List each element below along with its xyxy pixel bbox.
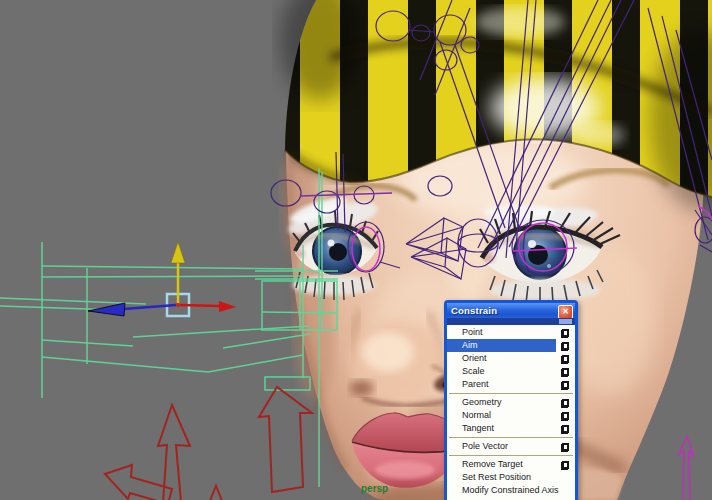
menu-item-aim[interactable]: Aim bbox=[447, 339, 575, 352]
menu-item-normal[interactable]: Normal bbox=[447, 409, 575, 422]
menu-item-label: Set Rest Position bbox=[462, 472, 531, 482]
close-icon[interactable]: ✕ bbox=[558, 305, 573, 319]
option-box-icon[interactable] bbox=[562, 342, 569, 350]
menu-item-point[interactable]: Point bbox=[447, 326, 575, 339]
clipped-menu-row bbox=[447, 318, 575, 325]
maya-viewport[interactable]: persp Constrain ✕ PointAimOrientScalePar… bbox=[0, 0, 712, 500]
menu-item-label: Geometry bbox=[462, 397, 502, 407]
option-box-icon[interactable] bbox=[562, 461, 569, 469]
constrain-menu-title: Constrain bbox=[447, 305, 497, 316]
constrain-menu-titlebar[interactable]: Constrain ✕ bbox=[447, 303, 575, 318]
menu-item-remove-target[interactable]: Remove Target bbox=[447, 458, 575, 471]
menu-item-label: Scale bbox=[462, 366, 485, 376]
menu-item-label: Modify Constrained Axis bbox=[462, 485, 559, 495]
menu-item-label: Point bbox=[462, 327, 483, 337]
menu-item-label: Parent bbox=[462, 379, 489, 389]
option-box-icon[interactable] bbox=[562, 368, 569, 376]
constrain-menu-items: PointAimOrientScaleParentGeometryNormalT… bbox=[447, 325, 575, 497]
menu-item-scale[interactable]: Scale bbox=[447, 365, 575, 378]
menu-item-set-rest-position[interactable]: Set Rest Position bbox=[447, 471, 575, 484]
camera-label: persp bbox=[361, 483, 388, 494]
right-pupil bbox=[528, 245, 548, 265]
option-box-icon[interactable] bbox=[562, 355, 569, 363]
option-box-icon[interactable] bbox=[562, 329, 569, 337]
option-box-icon[interactable] bbox=[562, 412, 569, 420]
option-box-icon[interactable] bbox=[562, 443, 569, 451]
option-box-icon[interactable] bbox=[562, 399, 569, 407]
menu-item-label: Normal bbox=[462, 410, 491, 420]
menu-item-label: Orient bbox=[462, 353, 487, 363]
option-box-icon[interactable] bbox=[562, 381, 569, 389]
menu-item-label: Pole Vector bbox=[462, 441, 508, 451]
menu-item-label: Remove Target bbox=[462, 459, 523, 469]
menu-item-label: Tangent bbox=[462, 423, 494, 433]
option-box-icon[interactable] bbox=[562, 425, 569, 433]
menu-item-tangent[interactable]: Tangent bbox=[447, 422, 575, 435]
scroll-block bbox=[559, 319, 572, 324]
menu-item-parent[interactable]: Parent bbox=[447, 378, 575, 391]
menu-item-label: Aim bbox=[462, 340, 478, 350]
menu-item-pole-vector[interactable]: Pole Vector bbox=[447, 440, 575, 453]
menu-item-orient[interactable]: Orient bbox=[447, 352, 575, 365]
menu-item-geometry[interactable]: Geometry bbox=[447, 396, 575, 409]
constrain-menu[interactable]: Constrain ✕ PointAimOrientScaleParentGeo… bbox=[444, 300, 578, 500]
viewport-3d-scene: persp bbox=[0, 0, 712, 500]
menu-item-modify-constrained-axis[interactable]: Modify Constrained Axis bbox=[447, 484, 575, 497]
